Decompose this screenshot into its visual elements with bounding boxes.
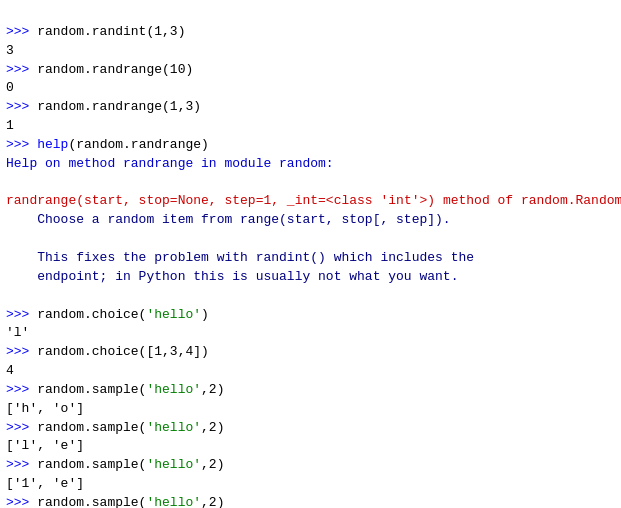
prompt-6: >>> [6,344,29,359]
output-2: 0 [6,80,14,95]
output-1: 3 [6,43,14,58]
prompt-3: >>> [6,99,29,114]
prompt-4: >>> [6,137,29,152]
output-8: ['l', 'e'] [6,438,84,453]
output-3: 1 [6,118,14,133]
help-sig: randrange(start, stop=None, step=1, _int… [6,193,621,208]
prompt-5: >>> [6,307,29,322]
prompt-9: >>> [6,457,29,472]
prompt-2: >>> [6,62,29,77]
prompt-1: >>> [6,24,29,39]
output-6: 4 [6,363,14,378]
help-body-1: Choose a random item from range(start, s… [6,212,451,227]
help-body-3: endpoint; in Python this is usually not … [6,269,458,284]
prompt-7: >>> [6,382,29,397]
terminal-output: >>> random.randint(1,3) 3 >>> random.ran… [6,4,615,508]
output-7: ['h', 'o'] [6,401,84,416]
help-header: Help on method randrange in module rando… [6,156,334,171]
help-body-2: This fixes the problem with randint() wh… [6,250,474,265]
prompt-10: >>> [6,495,29,508]
output-5: 'l' [6,325,29,340]
prompt-8: >>> [6,420,29,435]
output-9: ['1', 'e'] [6,476,84,491]
